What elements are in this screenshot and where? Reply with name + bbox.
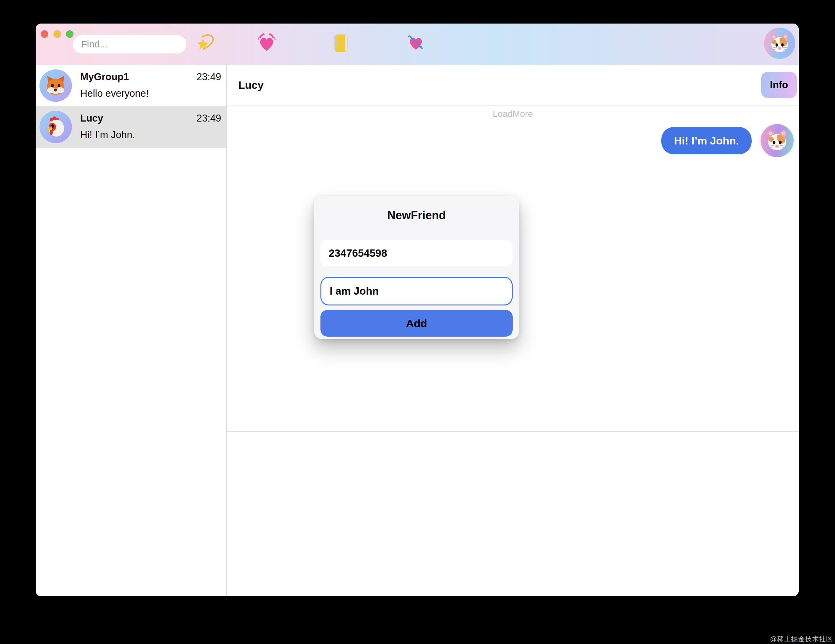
chat-preview: Hello everyone! <box>80 88 221 99</box>
chat-name: MyGroup1 <box>80 71 129 83</box>
hamster-avatar-icon <box>770 33 790 54</box>
dialog-title: NewFriend <box>314 209 519 222</box>
chat-list-item-lucy[interactable]: Lucy 23:49 Hi! I’m John. <box>36 106 226 148</box>
chat-preview: Hi! I’m John. <box>80 129 221 141</box>
app-window: MyGroup1 23:49 Hello everyone! Lucy 23:4… <box>36 24 799 596</box>
ledger-icon[interactable] <box>329 32 352 55</box>
user-avatar-button[interactable] <box>764 28 795 59</box>
chat-list-sidebar: MyGroup1 23:49 Hello everyone! Lucy 23:4… <box>36 65 227 596</box>
beating-heart-icon[interactable] <box>255 32 278 55</box>
chat-time: 23:49 <box>197 113 221 124</box>
info-button[interactable]: Info <box>761 72 797 98</box>
watermark: @稀土掘金技术社区 <box>770 634 833 643</box>
add-button[interactable]: Add <box>320 310 513 337</box>
friend-id-field[interactable] <box>320 240 513 266</box>
minimize-button[interactable] <box>54 30 61 38</box>
chicken-avatar-icon <box>39 111 72 143</box>
chat-time: 23:49 <box>197 71 221 83</box>
greeting-message-field[interactable] <box>320 277 513 305</box>
titlebar <box>36 24 799 65</box>
zoom-button[interactable] <box>66 30 73 38</box>
fox-avatar-icon <box>39 69 72 102</box>
message-input-area[interactable] <box>227 432 799 596</box>
message-row: Hi! I’m John. <box>661 124 794 157</box>
chat-list-item-mygroup1[interactable]: MyGroup1 23:49 Hello everyone! <box>36 65 226 106</box>
close-button[interactable] <box>41 30 49 38</box>
heart-arrow-icon[interactable] <box>405 32 427 55</box>
load-more-button[interactable]: LoadMore <box>492 109 533 119</box>
new-friend-dialog: NewFriend Add <box>314 196 519 339</box>
dizzy-star-icon[interactable] <box>194 32 217 55</box>
conversation-header: Lucy Info <box>227 65 799 105</box>
message-bubble: Hi! I’m John. <box>661 127 752 154</box>
screen: MyGroup1 23:49 Hello everyone! Lucy 23:4… <box>0 0 835 644</box>
search-input[interactable] <box>73 35 186 54</box>
chat-name: Lucy <box>80 113 103 124</box>
conversation-title: Lucy <box>238 79 263 91</box>
hamster-avatar-icon <box>760 124 794 157</box>
